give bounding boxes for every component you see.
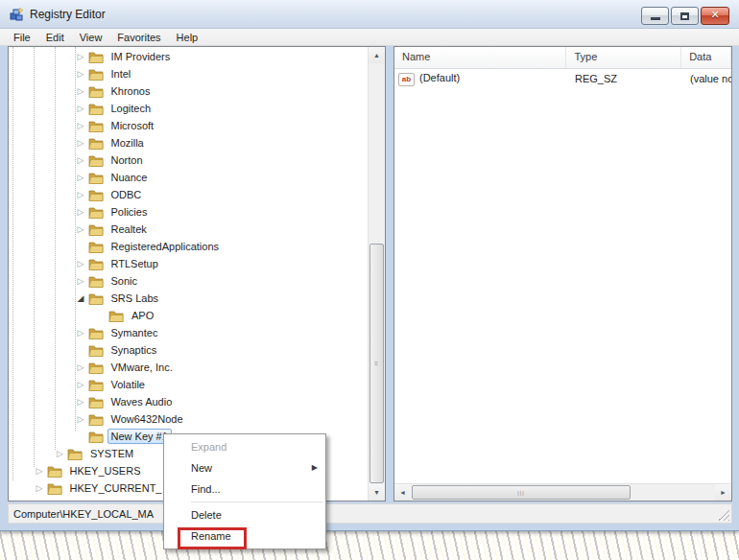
tree-item[interactable]: ▷ Khronos xyxy=(9,82,369,100)
expander-icon[interactable]: ▷ xyxy=(75,380,87,389)
tree-item-label[interactable]: APO xyxy=(128,308,157,323)
expander-icon[interactable]: ▷ xyxy=(75,155,87,165)
tree-item[interactable]: ▷ Sonic xyxy=(9,272,369,290)
list-scrollbar-thumb[interactable]: ||| xyxy=(412,485,631,500)
tree-item[interactable]: ▷ Symantec xyxy=(9,324,369,341)
tree-item[interactable]: Synaptics xyxy=(9,341,369,359)
tree-item-label[interactable]: SYSTEM xyxy=(86,446,137,461)
tree-item-label[interactable]: RTLSetup xyxy=(107,256,162,271)
folder-icon xyxy=(47,465,62,478)
tree-item[interactable]: APO xyxy=(9,307,369,324)
expander-icon[interactable]: ▷ xyxy=(34,483,46,493)
scroll-up-icon[interactable]: ▲ xyxy=(369,47,385,63)
tree-item[interactable]: ▷ Nuance xyxy=(9,169,369,186)
tree-item[interactable]: ▷ Wow6432Node xyxy=(9,410,369,428)
expander-icon[interactable]: ▷ xyxy=(34,466,46,476)
column-header-type[interactable]: Type xyxy=(566,47,681,68)
menu-favorites[interactable]: Favorites xyxy=(109,31,168,44)
tree-item-label[interactable]: HKEY_USERS xyxy=(66,463,145,478)
tree-item[interactable]: ◢ SRS Labs xyxy=(9,290,369,307)
expander-icon[interactable]: ▷ xyxy=(75,362,87,372)
tree-item-label[interactable]: Symantec xyxy=(107,325,162,340)
tree-item[interactable]: ▷ Waves Audio xyxy=(9,393,369,410)
tree-item-label[interactable]: RegisteredApplications xyxy=(107,239,224,254)
expander-icon[interactable]: ▷ xyxy=(75,207,87,217)
scroll-left-icon[interactable]: ◄ xyxy=(394,484,411,501)
tree-item-label[interactable]: ODBC xyxy=(107,187,146,202)
tree-item[interactable]: ▷ ODBC xyxy=(9,186,369,203)
tree-item-label[interactable]: Logitech xyxy=(107,101,155,116)
minimize-button[interactable] xyxy=(641,7,669,25)
expander-icon[interactable]: ▷ xyxy=(75,414,87,424)
tree-item[interactable]: ▷ Policies xyxy=(9,203,369,221)
tree-item-label[interactable]: Khronos xyxy=(107,83,155,99)
context-menu-item-delete[interactable]: Delete xyxy=(164,504,325,525)
context-menu-item-expand[interactable]: Expand xyxy=(164,436,325,457)
tree-item-label[interactable]: IM Providers xyxy=(107,49,175,64)
tree-item[interactable]: ▷ Mozilla xyxy=(9,134,369,152)
expander-icon[interactable]: ▷ xyxy=(75,121,87,130)
tree-item[interactable]: ▷ Logitech xyxy=(9,100,369,117)
tree-item-label[interactable]: Realtek xyxy=(107,222,151,237)
value-row[interactable]: ab(Default)REG_SZ(value not set) xyxy=(394,70,731,87)
tree-item-label[interactable]: Norton xyxy=(107,152,147,168)
tree-item[interactable]: ▷ Norton xyxy=(9,152,369,169)
resize-grip[interactable] xyxy=(718,509,729,521)
status-bar: Computer\HKEY_LOCAL_MA xyxy=(8,503,732,524)
expander-icon[interactable]: ▷ xyxy=(75,224,87,234)
tree-item-label[interactable]: Policies xyxy=(107,204,152,220)
tree-item-label[interactable]: VMware, Inc. xyxy=(107,360,177,375)
expander-icon[interactable]: ▷ xyxy=(75,138,87,148)
tree-item-label[interactable]: Volatile xyxy=(107,377,149,392)
folder-icon xyxy=(88,241,104,253)
close-button[interactable]: ✕ xyxy=(701,7,729,25)
tree-item[interactable]: ▷ IM Providers xyxy=(9,48,369,65)
tree-item-label[interactable]: HKEY_CURRENT_ xyxy=(66,480,166,496)
context-menu-item-new[interactable]: New ▶ xyxy=(164,457,325,478)
tree-item-label[interactable]: Sonic xyxy=(107,273,142,289)
tree-item-label[interactable]: New Key #1 xyxy=(107,429,172,444)
tree-item-label[interactable]: Waves Audio xyxy=(107,394,177,409)
column-header-name[interactable]: Name xyxy=(394,47,566,68)
menu-view[interactable]: View xyxy=(72,31,110,44)
menu-help[interactable]: Help xyxy=(169,31,206,44)
list-horizontal-scrollbar[interactable]: ◄ ► ||| xyxy=(394,483,731,501)
context-menu-item-find[interactable]: Find... xyxy=(164,478,325,500)
title-bar[interactable]: Registry Editor ✕ xyxy=(0,0,739,29)
tree-item-label[interactable]: Synaptics xyxy=(107,342,161,358)
expander-icon[interactable]: ▷ xyxy=(75,69,87,79)
expander-icon[interactable]: ▷ xyxy=(54,449,66,458)
tree-item-label[interactable]: SRS Labs xyxy=(107,291,163,306)
tree-item[interactable]: ▷ RTLSetup xyxy=(9,255,369,272)
expander-icon[interactable]: ◢ xyxy=(75,293,87,303)
expander-icon[interactable]: ▷ xyxy=(75,328,87,338)
tree-item[interactable]: ▷ Volatile xyxy=(9,376,369,393)
rename-annotation-box xyxy=(178,527,247,549)
tree-item-label[interactable]: Mozilla xyxy=(107,135,148,151)
tree-item[interactable]: RegisteredApplications xyxy=(9,238,369,255)
expander-icon[interactable]: ▷ xyxy=(75,190,87,199)
maximize-button[interactable] xyxy=(671,7,699,25)
tree-item-label[interactable]: Intel xyxy=(107,66,135,82)
scroll-right-icon[interactable]: ► xyxy=(715,484,731,501)
menu-edit[interactable]: Edit xyxy=(38,31,72,44)
menu-file[interactable]: File xyxy=(6,31,38,44)
expander-icon[interactable]: ▷ xyxy=(75,86,87,96)
tree-item[interactable]: ▷ Realtek xyxy=(9,221,369,238)
tree-item[interactable]: ▷ VMware, Inc. xyxy=(9,359,369,376)
tree-item[interactable]: ▷ Microsoft xyxy=(9,117,369,134)
scroll-down-icon[interactable]: ▼ xyxy=(369,484,385,501)
tree-item[interactable]: ▷ Intel xyxy=(9,65,369,82)
expander-icon[interactable]: ▷ xyxy=(75,276,87,286)
expander-icon[interactable]: ▷ xyxy=(75,173,87,182)
expander-icon[interactable]: ▷ xyxy=(75,259,87,268)
expander-icon[interactable]: ▷ xyxy=(75,52,87,61)
expander-icon[interactable]: ▷ xyxy=(75,104,87,113)
column-header-data[interactable]: Data xyxy=(681,47,731,68)
tree-vertical-scrollbar[interactable]: ▲ ▼ ≡ xyxy=(368,47,385,501)
tree-item-label[interactable]: Nuance xyxy=(107,170,152,185)
tree-item-label[interactable]: Microsoft xyxy=(107,118,158,133)
expander-icon[interactable]: ▷ xyxy=(75,397,87,407)
tree-item-label[interactable]: Wow6432Node xyxy=(107,411,187,427)
tree-scrollbar-thumb[interactable]: ≡ xyxy=(370,244,384,483)
